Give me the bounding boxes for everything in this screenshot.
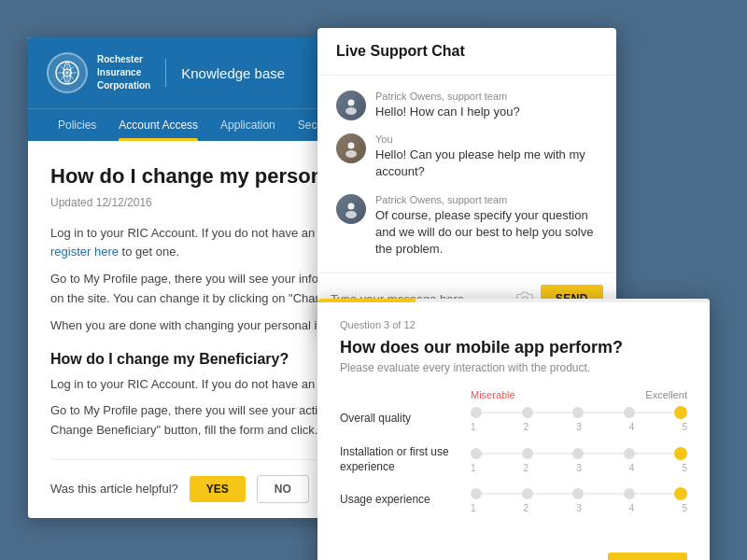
scale-dot-1-2[interactable] — [522, 407, 533, 418]
scale-dot-3-4[interactable] — [624, 488, 635, 499]
helpful-label: Was this article helpful? — [50, 482, 178, 496]
message-content-1: Patrick Owens, support team Hello! How c… — [375, 91, 598, 120]
chat-header: Live Support Chat — [317, 28, 616, 76]
message-sender-3: Patrick Owens, support team — [375, 194, 598, 205]
scale-dot-3-5[interactable] — [674, 487, 687, 500]
no-button[interactable]: NO — [257, 475, 309, 503]
survey-scale-3: 1 2 3 4 5 — [471, 487, 687, 513]
chat-message-2: You Hello! Can you please help me with m… — [336, 133, 598, 180]
scale-dots-3 — [471, 487, 687, 500]
message-text-2: Hello! Can you please help me with my ac… — [375, 147, 598, 180]
question-number: Question 3 of 12 — [340, 319, 687, 330]
yes-button[interactable]: YES — [190, 476, 246, 502]
scale-label-excellent: Excellent — [645, 389, 687, 400]
survey-row-3: Usage experience 1 2 3 4 5 — [340, 487, 687, 513]
row-label-1: Overall quality — [340, 412, 471, 427]
nav-item-policies[interactable]: Policies — [47, 109, 107, 141]
scale-dot-1-4[interactable] — [624, 407, 635, 418]
message-sender-2: You — [375, 133, 598, 145]
message-content-2: You Hello! Can you please help me with m… — [375, 133, 598, 180]
message-text-1: Hello! How can I help you? — [375, 104, 598, 120]
row-label-3: Usage experience — [340, 493, 471, 508]
survey-row-2: Installation or first use experience 1 2… — [340, 445, 687, 474]
kb-title-header: Knowledge base — [181, 65, 285, 81]
message-content-3: Patrick Owens, support team Of course, p… — [375, 194, 598, 259]
chat-message-3: Patrick Owens, support team Of course, p… — [336, 194, 598, 259]
survey-row-1: Overall quality 1 2 3 4 5 — [340, 406, 687, 432]
row-label-2: Installation or first use experience — [340, 445, 471, 474]
question-title: How does our mobile app perform? — [340, 338, 687, 357]
svg-point-5 — [345, 150, 357, 158]
scale-headers: Miserable Excellent — [340, 389, 687, 406]
survey-panel: Question 3 of 12 How does our mobile app… — [317, 299, 710, 560]
scale-dot-3-1[interactable] — [471, 488, 482, 499]
avatar-support-2 — [336, 194, 366, 224]
next-button[interactable]: NEXT — [608, 553, 687, 560]
chat-message-1: Patrick Owens, support team Hello! How c… — [336, 91, 598, 120]
svg-point-4 — [348, 143, 355, 149]
message-text-3: Of course, please specify your question … — [375, 207, 598, 259]
scale-dot-2-4[interactable] — [624, 448, 635, 459]
message-sender-1: Patrick Owens, support team — [375, 91, 598, 102]
scale-numbers-3: 1 2 3 4 5 — [471, 503, 687, 513]
survey-scale-1: 1 2 3 4 5 — [471, 406, 687, 432]
svg-point-7 — [345, 211, 357, 218]
scale-dot-1-1[interactable] — [471, 407, 482, 418]
scale-numbers-2: 1 2 3 4 5 — [471, 463, 687, 473]
chat-messages: Patrick Owens, support team Hello! How c… — [317, 76, 616, 273]
scale-label-miserable: Miserable — [471, 389, 515, 400]
logo-text: Rochester Insurance Corporation — [97, 53, 150, 92]
logo-area: Rochester Insurance Corporation — [47, 52, 150, 93]
scale-dot-2-3[interactable] — [572, 448, 584, 459]
register-link[interactable]: register here — [50, 245, 119, 259]
scale-numbers-1: 1 2 3 4 5 — [471, 422, 687, 432]
avatar-support-1 — [336, 91, 366, 120]
nav-item-account-access[interactable]: Account Access — [107, 109, 209, 141]
scale-dots-2 — [471, 447, 687, 460]
scale-dot-1-5[interactable] — [674, 406, 687, 419]
scale-dots-1 — [471, 406, 687, 419]
survey-content: Question 3 of 12 How does our mobile app… — [317, 302, 710, 543]
scale-dot-2-1[interactable] — [471, 448, 482, 459]
avatar-user-1 — [336, 133, 366, 163]
scale-dot-3-2[interactable] — [522, 488, 533, 499]
svg-point-6 — [348, 203, 355, 209]
svg-point-3 — [345, 107, 357, 115]
svg-point-2 — [348, 100, 355, 106]
question-subtitle: Please evaluate every interaction with t… — [340, 361, 687, 374]
scale-dot-2-5[interactable] — [674, 447, 687, 460]
scale-dot-1-3[interactable] — [572, 407, 584, 418]
scale-dot-2-2[interactable] — [522, 448, 533, 459]
chat-title: Live Support Chat — [336, 43, 598, 60]
scale-dot-3-3[interactable] — [572, 488, 584, 499]
logo-icon — [47, 52, 88, 93]
survey-scale-2: 1 2 3 4 5 — [471, 447, 687, 473]
survey-footer: SKIP NEXT — [317, 543, 710, 560]
nav-item-application[interactable]: Application — [209, 109, 287, 141]
header-divider — [165, 59, 166, 87]
chat-panel: Live Support Chat Patrick Owens, support… — [317, 28, 616, 324]
